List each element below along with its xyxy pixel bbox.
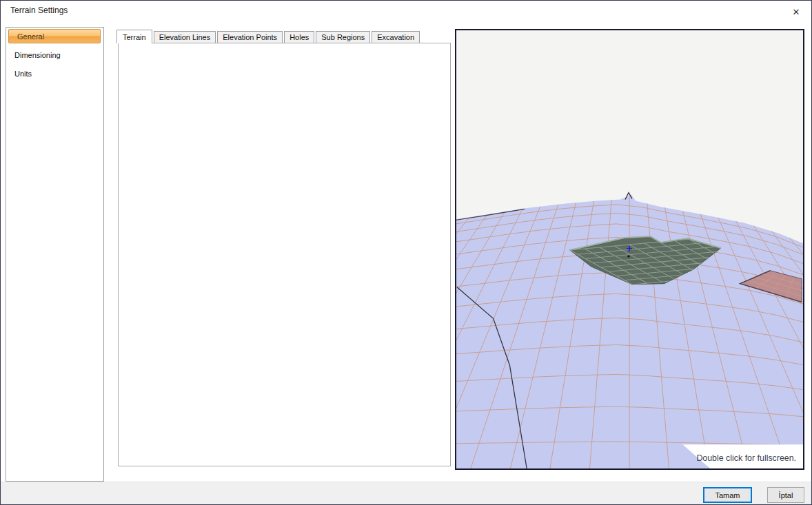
- dialog-footer: Tamam İptal: [1, 482, 812, 505]
- sidebar-item-dimensioning[interactable]: Dimensioning: [8, 48, 101, 62]
- tab-content-panel: [118, 43, 451, 466]
- tab-bar: TerrainElevation LinesElevation PointsHo…: [116, 30, 421, 43]
- terrain-settings-dialog: Terrain Settings ✕ General Dimensioning …: [0, 0, 812, 505]
- origin-dot: [627, 255, 630, 258]
- window-title: Terrain Settings: [10, 6, 68, 15]
- tab-terrain[interactable]: Terrain: [116, 30, 152, 43]
- preview-caption: Double click for fullscreen.: [696, 453, 796, 463]
- tab-excavation[interactable]: Excavation: [372, 31, 420, 43]
- tab-sub-regions[interactable]: Sub Regions: [316, 31, 370, 43]
- tab-elevation-lines[interactable]: Elevation Lines: [154, 31, 216, 43]
- cancel-button[interactable]: İptal: [767, 487, 804, 503]
- ok-button[interactable]: Tamam: [703, 487, 752, 503]
- tab-holes[interactable]: Holes: [284, 31, 314, 43]
- terrain-preview-3d[interactable]: Double click for fullscreen.: [455, 29, 804, 470]
- close-icon[interactable]: ✕: [785, 3, 807, 21]
- settings-category-list: General Dimensioning Units: [6, 27, 104, 482]
- tab-elevation-points[interactable]: Elevation Points: [217, 31, 283, 43]
- sidebar-item-general[interactable]: General: [8, 29, 101, 43]
- sidebar-item-units[interactable]: Units: [8, 66, 101, 81]
